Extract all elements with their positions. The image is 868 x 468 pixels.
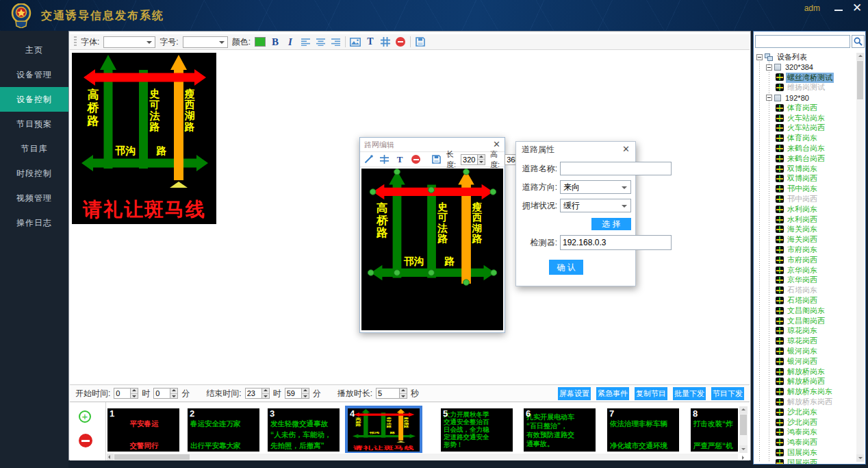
action-button-3[interactable]: 复制节目 <box>635 387 667 400</box>
program-thumb-3[interactable]: 3发生轻微交通事故“人未伤，车能动，先拍照，后撤离” <box>268 408 340 452</box>
user-name[interactable]: adm <box>804 3 820 13</box>
length-spinner[interactable] <box>461 154 485 165</box>
device-item[interactable]: 来鹤台岗东 <box>754 143 857 153</box>
scroll-right-icon[interactable] <box>740 454 747 460</box>
device-item[interactable]: 螺丝湾桥测试 <box>754 73 857 83</box>
device-item[interactable]: 石塔岗西 <box>754 295 857 306</box>
insert-image-icon[interactable] <box>350 36 361 48</box>
device-item[interactable]: 京华岗东 <box>754 265 857 275</box>
sidebar-item-2[interactable]: 设备管理 <box>0 62 68 87</box>
sidebar-item-8[interactable]: 操作日志 <box>0 210 68 235</box>
save-icon[interactable] <box>431 153 442 166</box>
delete-element-icon[interactable] <box>410 153 421 166</box>
road-tool-icon[interactable] <box>380 36 391 48</box>
device-item[interactable]: 体育岗西 <box>754 103 857 113</box>
road-name-input[interactable] <box>560 162 672 175</box>
device-item[interactable]: 水利岗西 <box>754 214 857 225</box>
device-item[interactable]: 来鹤台岗西 <box>754 153 857 164</box>
add-program-button[interactable]: + <box>79 410 91 423</box>
device-item[interactable]: 市府岗东 <box>754 245 857 255</box>
device-item[interactable]: 文昌阁岗东 <box>754 306 857 316</box>
playlist-vscrollbar[interactable] <box>739 406 748 453</box>
sidebar-item-6[interactable]: 时段控制 <box>0 161 68 186</box>
detector-input[interactable] <box>560 235 672 250</box>
action-button-5[interactable]: 节目下发 <box>711 387 744 400</box>
device-item[interactable]: 邗中岗东 <box>754 184 857 194</box>
color-swatch[interactable] <box>255 37 266 47</box>
device-item[interactable]: 维扬岗测试 <box>754 82 857 93</box>
align-left-icon[interactable] <box>300 36 311 48</box>
end-minute-input[interactable] <box>285 388 301 399</box>
device-group-320*384[interactable]: 320*384 <box>754 62 857 73</box>
led-sign-preview[interactable]: 高桥路史可法路瘦西湖路邗沟路请礼让斑马线 <box>72 53 216 224</box>
device-item[interactable]: 解放桥东岗西 <box>754 397 857 407</box>
device-item[interactable]: 文昌阁岗西 <box>754 316 857 326</box>
device-item[interactable]: 国展岗东 <box>754 447 857 458</box>
end-hour-spinner[interactable] <box>245 388 270 399</box>
collapse-icon[interactable] <box>756 54 763 60</box>
congestion-select[interactable]: 缓行 <box>560 199 631 212</box>
action-button-4[interactable]: 批量下发 <box>673 387 706 400</box>
end-hour-input[interactable] <box>245 388 261 399</box>
program-thumb-6[interactable]: 6扎实开展电动车“百日整治”，有效预防道路交通事故。 <box>524 408 596 452</box>
action-button-2[interactable]: 紧急事件 <box>596 387 629 400</box>
select-detector-button[interactable]: 选 择 <box>591 218 631 230</box>
device-item[interactable]: 石塔岗东 <box>754 285 857 295</box>
start-minute-input[interactable] <box>153 388 170 399</box>
align-right-icon[interactable] <box>330 36 341 48</box>
device-tree-root[interactable]: 设备列表 <box>754 52 857 62</box>
tree-scrollbar[interactable] <box>856 53 864 462</box>
device-item[interactable]: 沙北岗西 <box>754 417 857 428</box>
device-item[interactable]: 沙北岗东 <box>754 407 857 417</box>
start-hour-spinner[interactable] <box>114 388 138 399</box>
device-item[interactable]: 海关岗东 <box>754 225 857 235</box>
minimize-icon[interactable] <box>834 5 843 15</box>
tree-scroll-up-icon[interactable] <box>856 53 864 60</box>
confirm-button[interactable]: 确 认 <box>549 260 583 275</box>
device-item[interactable]: 水利岗东 <box>754 204 857 214</box>
sidebar-item-4[interactable]: 节目预案 <box>0 112 68 136</box>
duration-input[interactable] <box>376 388 399 399</box>
edit-dialog-close-icon[interactable]: ✕ <box>493 140 500 149</box>
program-thumb-7[interactable]: 7依法治理非标车辆 净化城市交通环境 <box>607 408 679 452</box>
delete-element-icon[interactable] <box>395 36 406 48</box>
sidebar-item-5[interactable]: 节目库 <box>0 136 68 161</box>
device-item[interactable]: 银河岗西 <box>754 356 857 367</box>
device-item[interactable]: 鸿泰岗东 <box>754 427 857 437</box>
text-tool-icon[interactable]: T <box>394 153 405 166</box>
road-tool-icon[interactable] <box>379 153 390 166</box>
program-thumb-5[interactable]: 5大力开展秋冬季交通安全整治百日会战，全力稳定道路交通安全形势！ <box>441 408 513 452</box>
end-minute-spinner[interactable] <box>285 388 309 399</box>
font-size-select[interactable] <box>183 36 228 48</box>
device-item[interactable]: 火车站岗东 <box>754 113 857 123</box>
sidebar-item-7[interactable]: 视频管理 <box>0 186 68 210</box>
device-item[interactable]: 双博岗西 <box>754 174 857 184</box>
device-search-input[interactable] <box>755 35 850 48</box>
device-item[interactable]: 银河岗东 <box>754 346 857 356</box>
device-item[interactable]: 市府岗西 <box>754 255 857 265</box>
close-icon[interactable]: ✕ <box>852 3 863 14</box>
device-item[interactable]: 邗中岗西 <box>754 194 857 204</box>
text-tool-icon[interactable]: T <box>365 36 376 48</box>
hscroll-thumb[interactable] <box>114 454 190 460</box>
device-search-button[interactable] <box>852 35 865 48</box>
device-item[interactable]: 京华岗西 <box>754 275 857 286</box>
scroll-down-icon[interactable] <box>739 445 748 453</box>
device-item[interactable]: 火车站岗西 <box>754 123 857 134</box>
vscroll-thumb[interactable] <box>740 415 747 435</box>
device-item[interactable]: 体育岗东 <box>754 133 857 143</box>
save-icon[interactable] <box>415 36 426 48</box>
scroll-left-icon[interactable] <box>107 454 114 460</box>
device-item[interactable]: 鸿泰岗西 <box>754 437 857 447</box>
align-center-icon[interactable] <box>315 36 326 48</box>
device-item[interactable]: 海关岗西 <box>754 234 857 245</box>
device-item[interactable]: 双博岗东 <box>754 164 857 174</box>
scroll-up-icon[interactable] <box>739 406 748 414</box>
start-hour-input[interactable] <box>114 388 130 399</box>
device-group-192*80[interactable]: 192*80 <box>754 93 857 103</box>
sidebar-item-1[interactable]: 主页 <box>0 38 68 62</box>
length-input[interactable] <box>461 154 477 165</box>
device-item[interactable]: 国展岗西 <box>754 458 857 464</box>
action-button-1[interactable]: 屏幕设置 <box>558 387 591 400</box>
collapse-icon[interactable] <box>766 95 772 101</box>
